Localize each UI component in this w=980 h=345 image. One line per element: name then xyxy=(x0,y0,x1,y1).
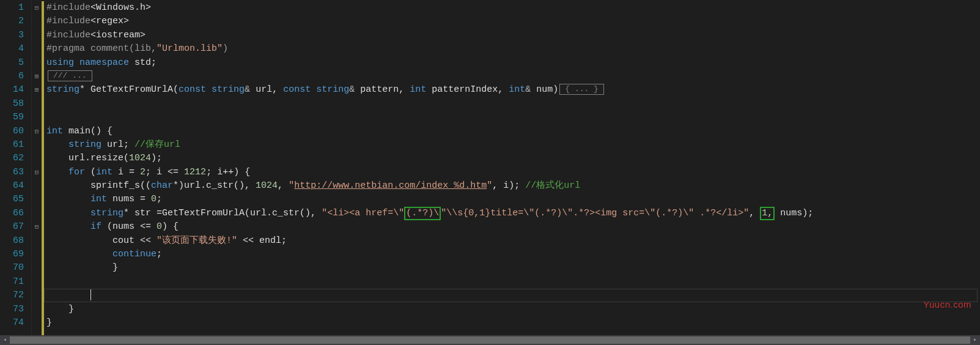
code-editor[interactable]: 1 2 3 4 5 6 14 58 59 60 61 62 63 64 65 6… xyxy=(0,0,980,345)
code-line: continue; xyxy=(42,248,980,261)
line-number: 72 xyxy=(0,289,24,302)
fold-column: ⊟ ⊞ ⊞ ⊟ ⊟ ⊟ xyxy=(32,0,42,345)
line-number: 68 xyxy=(0,234,24,248)
fold-toggle-icon[interactable]: ⊞ xyxy=(32,70,42,83)
line-number: 59 xyxy=(0,111,24,124)
code-line: } xyxy=(42,303,980,316)
line-number: 6 xyxy=(0,70,24,83)
line-number: 3 xyxy=(0,29,24,42)
folded-region[interactable]: /// ... xyxy=(48,70,92,81)
code-line: #include<iostream> xyxy=(42,29,980,42)
fold-toggle-icon[interactable]: ⊟ xyxy=(32,166,42,179)
code-line: #include<Windows.h> xyxy=(42,1,980,15)
folded-region[interactable]: { ... } xyxy=(559,84,604,95)
code-line xyxy=(42,97,980,111)
code-line: string* str =GetTextFromUrlA(url.c_str()… xyxy=(42,207,980,220)
line-number: 74 xyxy=(0,316,24,330)
code-line: #pragma comment(lib,"Urlmon.lib") xyxy=(42,42,980,56)
line-number: 2 xyxy=(0,15,24,28)
current-line-highlight xyxy=(44,289,978,302)
code-line xyxy=(42,275,980,289)
line-number: 70 xyxy=(0,261,24,275)
code-line: int main() { xyxy=(42,125,980,138)
fold-toggle-icon[interactable]: ⊞ xyxy=(32,83,42,97)
code-line: /// ... xyxy=(42,70,980,83)
line-number: 69 xyxy=(0,248,24,261)
line-number: 4 xyxy=(0,42,24,56)
line-number: 66 xyxy=(0,207,24,220)
horizontal-scrollbar[interactable]: ◂ ▸ xyxy=(0,335,980,345)
code-line: using namespace std; xyxy=(42,56,980,70)
line-number: 71 xyxy=(0,275,24,289)
search-highlight: (.*?)\ xyxy=(404,207,441,220)
code-line: cout << "该页面下载失败!" << endl; xyxy=(42,234,980,248)
search-highlight: 1, xyxy=(760,207,775,220)
line-number: 67 xyxy=(0,220,24,234)
line-number: 60 xyxy=(0,125,24,138)
code-line: sprintf_s((char*)url.c_str(), 1024, "htt… xyxy=(42,179,980,193)
code-line xyxy=(42,111,980,124)
line-number: 62 xyxy=(0,152,24,165)
line-number: 5 xyxy=(0,56,24,70)
line-number: 64 xyxy=(0,179,24,193)
line-number: 61 xyxy=(0,138,24,152)
code-line: } xyxy=(42,261,980,275)
code-line: if (nums <= 0) { xyxy=(42,220,980,234)
fold-toggle-icon[interactable]: ⊟ xyxy=(32,1,42,15)
text-cursor xyxy=(90,289,91,300)
code-line: url.resize(1024); xyxy=(42,152,980,165)
scrollbar-thumb[interactable] xyxy=(10,336,970,344)
code-line: string* GetTextFromUrlA(const string& ur… xyxy=(42,83,980,97)
code-line: } xyxy=(42,316,980,330)
fold-toggle-icon[interactable]: ⊟ xyxy=(32,125,42,138)
fold-toggle-icon[interactable]: ⊟ xyxy=(32,220,42,234)
line-number: 63 xyxy=(0,166,24,179)
code-line: for (int i = 2; i <= 1212; i++) { xyxy=(42,166,980,179)
code-line: #include<regex> xyxy=(42,15,980,28)
line-number: 14 xyxy=(0,83,24,97)
line-number-gutter: 1 2 3 4 5 6 14 58 59 60 61 62 63 64 65 6… xyxy=(0,0,32,345)
code-line xyxy=(42,289,980,302)
code-text-area[interactable]: #include<Windows.h> #include<regex> #inc… xyxy=(42,0,980,345)
line-number: 1 xyxy=(0,1,24,15)
scroll-left-icon[interactable]: ◂ xyxy=(0,335,10,345)
line-number: 58 xyxy=(0,97,24,111)
line-number: 65 xyxy=(0,193,24,206)
line-number: 73 xyxy=(0,303,24,316)
scroll-right-icon[interactable]: ▸ xyxy=(970,335,980,345)
code-line: string url; //保存url xyxy=(42,138,980,152)
code-line: int nums = 0; xyxy=(42,193,980,206)
